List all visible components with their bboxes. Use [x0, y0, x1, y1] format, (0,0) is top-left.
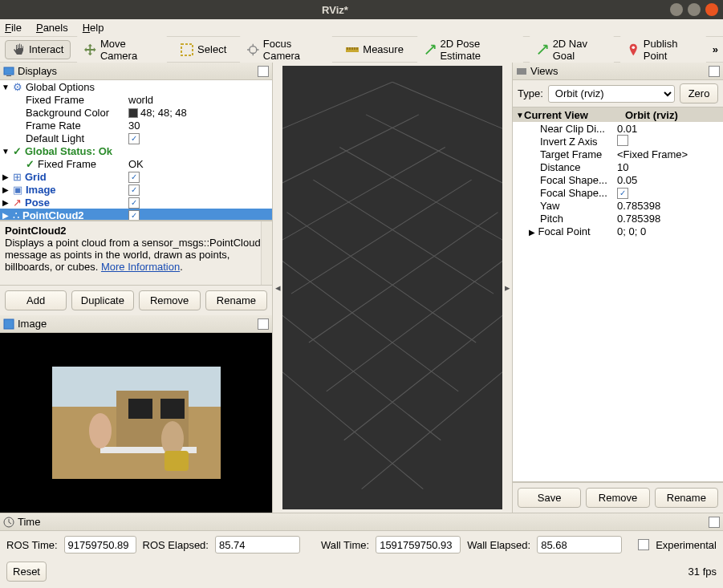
- rename-button[interactable]: Rename: [205, 290, 267, 310]
- svg-line-19: [291, 180, 472, 294]
- publish-point-button[interactable]: Publish Point: [620, 34, 706, 65]
- select-icon: [181, 43, 193, 56]
- more-information-link[interactable]: More Information: [101, 261, 180, 273]
- view-property-row[interactable]: Target Frame<Fixed Frame>: [513, 148, 723, 160]
- maximize-icon[interactable]: [688, 3, 701, 16]
- svg-point-3: [632, 46, 636, 49]
- remove-view-button[interactable]: Remove: [586, 488, 649, 508]
- svg-rect-32: [517, 68, 526, 75]
- displays-collapse-checkbox[interactable]: [258, 66, 269, 77]
- remove-button[interactable]: Remove: [139, 290, 201, 310]
- svg-line-28: [286, 213, 476, 343]
- svg-line-16: [282, 82, 392, 147]
- ros-time-label: ROS Time:: [6, 539, 58, 551]
- svg-line-24: [392, 82, 502, 147]
- fps-label: 31 fps: [688, 566, 717, 578]
- svg-rect-11: [160, 399, 185, 419]
- svg-line-18: [282, 147, 445, 245]
- nav-goal-button[interactable]: 2D Nav Goal: [530, 34, 614, 65]
- focus-camera-button[interactable]: Focus Camera: [240, 34, 332, 65]
- reset-button[interactable]: Reset: [6, 562, 47, 582]
- ros-elapsed-field[interactable]: [215, 536, 300, 554]
- rename-view-button[interactable]: Rename: [655, 488, 718, 508]
- svg-rect-10: [128, 399, 152, 419]
- close-icon[interactable]: [705, 3, 718, 16]
- displays-panel-header: Displays: [0, 63, 272, 80]
- default-light-checkbox[interactable]: ✓: [128, 133, 140, 144]
- image-collapse-checkbox[interactable]: [258, 318, 269, 330]
- type-label: Type:: [518, 87, 543, 99]
- image-view[interactable]: [0, 333, 272, 513]
- scrollbar[interactable]: [261, 221, 272, 285]
- ros-elapsed-label: ROS Elapsed:: [143, 539, 209, 551]
- svg-line-17: [282, 115, 419, 196]
- svg-line-25: [366, 115, 502, 196]
- zero-button[interactable]: Zero: [680, 83, 718, 103]
- move-icon: [84, 43, 96, 56]
- tree-item-grid[interactable]: ▶⊞ Grid✓: [0, 170, 272, 183]
- view-property-row[interactable]: Focal Shape...0.05: [513, 173, 723, 186]
- duplicate-button[interactable]: Duplicate: [71, 290, 133, 310]
- ruler-icon: [346, 43, 359, 56]
- minimize-icon[interactable]: [670, 3, 683, 16]
- view-property-row[interactable]: Focal Shape...✓: [513, 186, 723, 199]
- time-panel-header: Time: [0, 513, 723, 531]
- views-icon: [516, 66, 527, 77]
- toolbar: Interact Move Camera Select Focus Camera…: [0, 37, 723, 63]
- crosshair-icon: [247, 43, 259, 56]
- view-property-row[interactable]: Near Clip Di...0.01: [513, 122, 723, 135]
- tree-item-image[interactable]: ▶▣ Image✓: [0, 183, 272, 196]
- views-panel-header: Views: [513, 63, 723, 80]
- svg-point-13: [89, 413, 112, 448]
- svg-point-1: [250, 46, 257, 53]
- window-titlebar: RViz*: [0, 0, 723, 19]
- svg-line-27: [313, 180, 494, 294]
- menu-file[interactable]: File: [5, 22, 22, 34]
- displays-tree[interactable]: ▼⚙ Global Options Fixed Frameworld Backg…: [0, 80, 272, 221]
- ros-time-field[interactable]: [64, 536, 136, 554]
- svg-rect-5: [6, 75, 11, 76]
- tree-item-pose[interactable]: ▶↗ Pose✓: [0, 196, 272, 209]
- window-title: RViz*: [5, 4, 665, 16]
- menu-help[interactable]: Help: [83, 22, 104, 34]
- svg-line-29: [282, 245, 458, 391]
- svg-rect-0: [181, 44, 193, 55]
- splitter-left[interactable]: ◂: [273, 63, 282, 513]
- wall-elapsed-field[interactable]: [537, 536, 622, 554]
- arrow-green-icon: [424, 43, 437, 56]
- experimental-checkbox[interactable]: [638, 539, 649, 550]
- view-property-row[interactable]: Yaw0.785398: [513, 199, 723, 212]
- hand-icon: [12, 43, 25, 56]
- display-description: PointCloud2 Displays a point cloud from …: [0, 221, 272, 285]
- image-panel-header: Image: [0, 315, 272, 333]
- view-type-select[interactable]: Orbit (rviz): [548, 85, 675, 103]
- svg-line-20: [309, 213, 498, 343]
- save-view-button[interactable]: Save: [518, 488, 581, 508]
- time-collapse-checkbox[interactable]: [709, 517, 720, 528]
- menu-panels[interactable]: Panels: [36, 22, 68, 34]
- 3d-view[interactable]: [282, 66, 502, 509]
- svg-line-26: [339, 147, 502, 245]
- add-button[interactable]: Add: [5, 290, 67, 310]
- view-property-row[interactable]: Pitch0.785398: [513, 212, 723, 225]
- camera-image: [52, 367, 221, 479]
- pin-icon: [628, 43, 640, 56]
- measure-button[interactable]: Measure: [339, 40, 411, 59]
- splitter-right[interactable]: ▸: [502, 63, 512, 513]
- color-swatch: [128, 108, 138, 118]
- views-tree[interactable]: ▼Current ViewOrbit (rviz) Near Clip Di..…: [513, 107, 723, 482]
- interact-button[interactable]: Interact: [5, 40, 71, 59]
- view-property-row[interactable]: Distance10: [513, 160, 723, 173]
- tree-item-pointcloud2[interactable]: ▶∴ PointCloud2✓: [0, 209, 272, 221]
- displays-icon: [3, 66, 14, 77]
- select-button[interactable]: Select: [173, 40, 234, 59]
- view-property-row[interactable]: Invert Z Axis: [513, 135, 723, 148]
- view-property-row[interactable]: ▶ Focal Point0; 0; 0: [513, 225, 723, 237]
- move-camera-button[interactable]: Move Camera: [77, 34, 167, 65]
- wall-time-field[interactable]: [376, 536, 461, 554]
- svg-rect-4: [4, 67, 14, 75]
- toolbar-overflow-button[interactable]: »: [713, 43, 718, 55]
- views-collapse-checkbox[interactable]: [709, 66, 720, 77]
- pose-estimate-button[interactable]: 2D Pose Estimate: [417, 34, 523, 65]
- svg-line-31: [282, 310, 423, 489]
